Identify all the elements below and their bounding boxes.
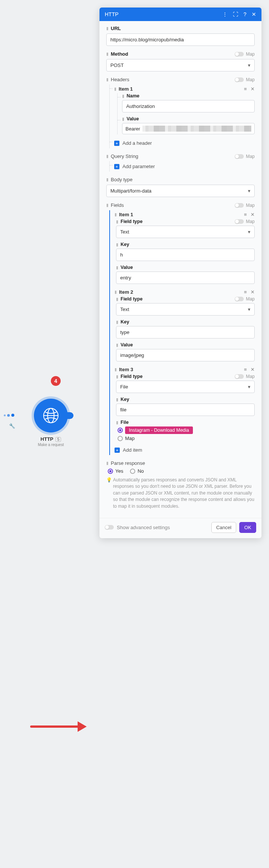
fields-map-toggle[interactable]: Map bbox=[235, 203, 255, 208]
parse-yes-radio[interactable]: Yes bbox=[108, 468, 123, 474]
key-input[interactable] bbox=[116, 326, 255, 338]
help-icon[interactable]: ? bbox=[243, 11, 246, 17]
query-label: Query String bbox=[111, 153, 138, 159]
fieldtype-map-toggle[interactable]: Map bbox=[235, 296, 255, 302]
field-item-3: Item 3 bbox=[119, 367, 133, 372]
tag-icon: ▮ bbox=[106, 203, 109, 208]
show-advanced-label: Show advanced settings bbox=[117, 525, 170, 530]
connector-dots bbox=[4, 414, 14, 417]
tag-icon: ▮ bbox=[106, 154, 109, 159]
key-input[interactable] bbox=[116, 404, 255, 416]
tag-icon: ▮ bbox=[115, 212, 117, 217]
tag-icon: ▮ bbox=[115, 290, 117, 294]
tag-icon: ▮ bbox=[106, 52, 109, 56]
plus-icon: + bbox=[114, 141, 119, 146]
tag-icon: ▮ bbox=[106, 177, 109, 182]
tag-icon: ▮ bbox=[114, 86, 116, 91]
chevron-down-icon: ▾ bbox=[248, 229, 251, 235]
header-item-1: Item 1 bbox=[119, 86, 133, 92]
file-label: File bbox=[121, 420, 129, 425]
expand-icon[interactable]: ⛶ bbox=[233, 11, 238, 17]
fieldtype-map-toggle[interactable]: Map bbox=[235, 374, 255, 379]
add-item-button[interactable]: + Add item bbox=[115, 445, 255, 455]
add-parameter-button[interactable]: + Add parameter bbox=[114, 161, 255, 171]
chevron-down-icon: ▾ bbox=[248, 384, 251, 390]
node-circle[interactable] bbox=[34, 399, 68, 432]
method-map-toggle[interactable]: Map bbox=[235, 52, 255, 57]
globe-icon bbox=[42, 407, 60, 424]
url-field: ▮ URL bbox=[106, 26, 255, 46]
fieldtype-select[interactable]: File ▾ bbox=[116, 381, 255, 393]
key-input[interactable] bbox=[116, 249, 255, 261]
method-field: ▮ Method Map POST ▾ bbox=[106, 51, 255, 71]
bulb-icon: 💡 bbox=[106, 477, 112, 483]
ok-button[interactable]: OK bbox=[239, 522, 256, 533]
remove-icon[interactable]: ✕ bbox=[251, 212, 255, 217]
fieldtype-label: Field type bbox=[121, 219, 142, 224]
file-map-radio[interactable]: Map bbox=[118, 436, 134, 441]
key-label: Key bbox=[121, 397, 129, 402]
body-type-label: Body type bbox=[111, 177, 133, 182]
cancel-button[interactable]: Cancel bbox=[211, 522, 236, 533]
header-name-label: Name bbox=[127, 93, 139, 99]
wrench-icon[interactable]: 🔧 bbox=[9, 423, 15, 429]
chevron-down-icon: ▾ bbox=[248, 188, 251, 194]
menu-icon[interactable]: ≡ bbox=[244, 289, 247, 295]
parse-help-text: 💡 Automatically parses responses and con… bbox=[113, 477, 255, 510]
tag-icon: ▮ bbox=[116, 374, 118, 379]
remove-icon[interactable]: ✕ bbox=[251, 289, 255, 295]
node-badge: 4 bbox=[51, 376, 61, 386]
file-source-radio[interactable]: Instagram - Download Media bbox=[118, 426, 193, 434]
method-label: Method bbox=[111, 51, 128, 57]
header-name-input[interactable] bbox=[122, 100, 255, 112]
headers-label: Headers bbox=[111, 77, 129, 82]
node-output-plug[interactable] bbox=[67, 412, 73, 419]
tag-icon: ▮ bbox=[116, 397, 118, 402]
menu-icon[interactable]: ≡ bbox=[244, 212, 247, 217]
fieldtype-select[interactable]: Text ▾ bbox=[116, 226, 255, 238]
close-icon[interactable]: ✕ bbox=[252, 11, 256, 17]
tag-icon: ▮ bbox=[116, 343, 118, 348]
url-input[interactable] bbox=[106, 33, 255, 46]
remove-icon[interactable]: ✕ bbox=[251, 86, 255, 92]
menu-icon[interactable]: ≡ bbox=[244, 86, 247, 92]
fieldtype-label: Field type bbox=[121, 374, 142, 379]
node-label: HTTP 5 Make a request bbox=[34, 436, 68, 447]
config-panel: HTTP ⋮ ⛶ ? ✕ ▮ URL ▮ Method Map bbox=[99, 8, 261, 538]
panel-title: HTTP bbox=[105, 11, 119, 17]
menu-icon[interactable]: ≡ bbox=[244, 367, 247, 372]
tag-icon: ▮ bbox=[116, 219, 118, 224]
chevron-down-icon: ▾ bbox=[248, 307, 251, 312]
chevron-down-icon: ▾ bbox=[248, 62, 251, 68]
value-input[interactable] bbox=[116, 272, 255, 284]
parse-response-field: ▮ Parse response Yes No 💡 Automatically … bbox=[106, 460, 255, 510]
header-value-label: Value bbox=[127, 116, 139, 121]
body-type-select[interactable]: Multipart/form-data ▾ bbox=[106, 185, 255, 197]
plus-icon: + bbox=[114, 164, 119, 169]
query-map-toggle[interactable]: Map bbox=[235, 154, 255, 159]
tag-icon: ▮ bbox=[116, 297, 118, 302]
parse-no-radio[interactable]: No bbox=[130, 468, 144, 474]
fieldtype-select[interactable]: Text ▾ bbox=[116, 303, 255, 316]
plus-icon: + bbox=[115, 448, 120, 453]
tag-icon: ▮ bbox=[106, 77, 109, 82]
headers-field: ▮ Headers Map ▮ Item 1 ≡ ✕ bbox=[106, 77, 255, 148]
file-source-pill: Instagram - Download Media bbox=[125, 426, 193, 434]
query-string-field: ▮ Query String Map + Add parameter bbox=[106, 153, 255, 171]
header-value-input[interactable]: Bearer bbox=[122, 123, 255, 134]
headers-map-toggle[interactable]: Map bbox=[235, 77, 255, 82]
key-label: Key bbox=[121, 242, 129, 247]
more-icon[interactable]: ⋮ bbox=[222, 11, 228, 17]
tag-icon: ▮ bbox=[116, 420, 118, 425]
tag-icon: ▮ bbox=[122, 94, 124, 99]
tag-icon: ▮ bbox=[106, 461, 109, 466]
method-select[interactable]: POST ▾ bbox=[106, 59, 255, 71]
fields-label: Fields bbox=[111, 202, 124, 208]
url-label: URL bbox=[111, 26, 121, 31]
fields-field: ▮ Fields Map ▮ Item 1 ≡ ✕ bbox=[106, 202, 255, 455]
value-input[interactable] bbox=[116, 349, 255, 361]
advanced-toggle[interactable] bbox=[105, 525, 114, 530]
add-header-button[interactable]: + Add a header bbox=[114, 138, 255, 148]
remove-icon[interactable]: ✕ bbox=[251, 367, 255, 372]
fieldtype-map-toggle[interactable]: Map bbox=[235, 219, 255, 224]
